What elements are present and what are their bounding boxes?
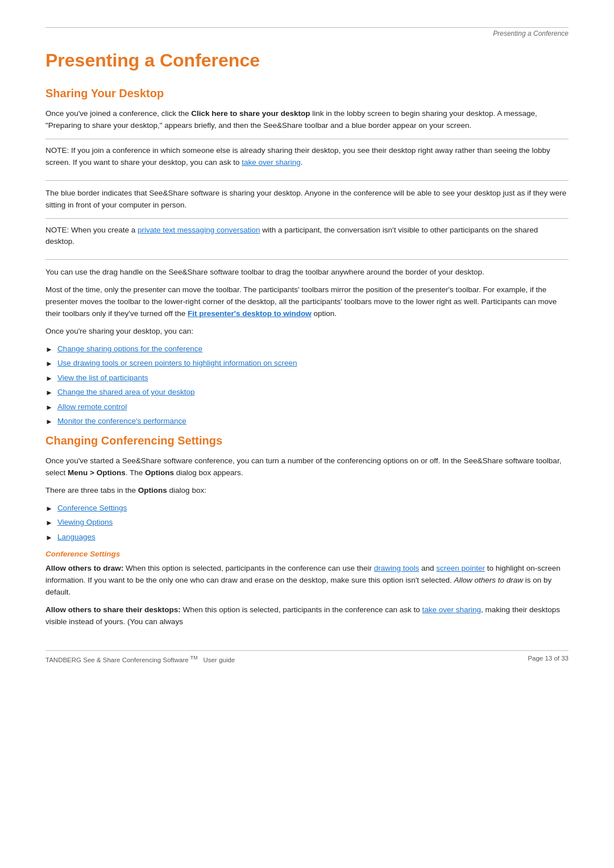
bullet-arrow: ► (45, 503, 53, 514)
note-box-1: NOTE: If you join a conference in which … (45, 139, 569, 181)
remote-control-link[interactable]: Allow remote control (57, 401, 127, 413)
fit-desktop-link[interactable]: Fit presenter's desktop to window (188, 309, 312, 318)
ccs-intro: Once you've started a See&Share software… (45, 455, 569, 479)
options-tabs-list: ► Conference Settings ► Viewing Options … (45, 502, 569, 543)
footer-rule (45, 650, 569, 651)
allow-others-italic: Allow others to draw (454, 576, 524, 584)
drag-handle-paragraph: You can use the drag handle on the See&S… (45, 267, 569, 279)
blue-border-paragraph: The blue border indicates that See&Share… (45, 188, 569, 211)
bullet-arrow: ► (45, 358, 53, 369)
subsection-conference-settings: Conference Settings (45, 550, 569, 558)
list-item: ► Conference Settings (45, 502, 569, 514)
list-item: ► Use drawing tools or screen pointers t… (45, 358, 569, 369)
bullet-arrow: ► (45, 532, 53, 543)
participants-link[interactable]: View the list of participants (57, 372, 148, 384)
trademark: TM (190, 655, 198, 661)
definition-allow-draw: Allow others to draw: When this option i… (45, 563, 569, 599)
bullet-arrow: ► (45, 517, 53, 529)
drawing-tools-def-link[interactable]: drawing tools (374, 564, 420, 572)
sharing-options-list: ► Change sharing options for the confere… (45, 343, 569, 427)
take-over-sharing-link-2[interactable]: take over sharing (422, 605, 482, 614)
allow-draw-term: Allow others to draw: (45, 564, 123, 572)
list-item: ► Languages (45, 531, 569, 543)
viewing-options-tab-link[interactable]: Viewing Options (57, 517, 113, 528)
list-item: ► Viewing Options (45, 517, 569, 529)
screen-pointer-def-link[interactable]: screen pointer (436, 564, 485, 572)
conference-settings-tab-link[interactable]: Conference Settings (57, 502, 127, 514)
allow-share-paragraph: Allow others to share their desktops: Wh… (45, 604, 569, 628)
note-box-2: NOTE: When you create a private text mes… (45, 218, 569, 260)
drawing-tools-link[interactable]: Use drawing tools or screen pointers to … (57, 358, 297, 369)
definition-allow-share: Allow others to share their desktops: Wh… (45, 604, 569, 628)
allow-draw-paragraph: Allow others to draw: When this option i… (45, 563, 569, 599)
list-item: ► Monitor the conference's performance (45, 416, 569, 427)
change-sharing-link[interactable]: Change sharing options for the conferenc… (57, 343, 202, 355)
private-messaging-link[interactable]: private text messaging conversation (138, 226, 260, 234)
performance-link[interactable]: Monitor the conference's performance (57, 416, 186, 427)
languages-tab-link[interactable]: Languages (57, 531, 96, 543)
bullet-arrow: ► (45, 402, 53, 413)
footer-left: TANDBERG See & Share Conferencing Softwa… (45, 655, 235, 663)
section-title-conferencing: Changing Conferencing Settings (45, 434, 569, 447)
top-rule (45, 27, 569, 28)
shared-area-link[interactable]: Change the shared area of your desktop (57, 387, 195, 398)
page-header: Presenting a Conference (493, 30, 569, 38)
footer-right: Page 13 of 33 (528, 655, 569, 663)
intro-paragraph: Once you've joined a conference, click t… (45, 108, 569, 132)
allow-share-term: Allow others to share their desktops: (45, 605, 181, 614)
toolbar-movement-paragraph: Most of the time, only the presenter can… (45, 284, 569, 320)
main-title: Presenting a Conference (45, 50, 569, 71)
options-bold-2: Options (138, 486, 167, 495)
bullet-arrow: ► (45, 387, 53, 398)
options-bold: Options (145, 468, 174, 477)
list-item: ► Change the shared area of your desktop (45, 387, 569, 398)
bold-link-text: Click here to share your desktop (191, 109, 310, 118)
footer: TANDBERG See & Share Conferencing Softwa… (45, 655, 569, 663)
bullet-arrow: ► (45, 373, 53, 384)
note-1-text: NOTE: If you join a conference in which … (45, 145, 569, 169)
sharing-intro: Once you're sharing your desktop, you ca… (45, 326, 569, 338)
three-tabs-intro: There are three tabs in the Options dial… (45, 485, 569, 497)
list-item: ► Allow remote control (45, 401, 569, 413)
bullet-arrow: ► (45, 344, 53, 355)
section-title-sharing: Sharing Your Desktop (45, 87, 569, 100)
list-item: ► Change sharing options for the confere… (45, 343, 569, 355)
bullet-arrow: ► (45, 416, 53, 427)
menu-options-bold: Menu > Options (68, 468, 126, 477)
note-2-text: NOTE: When you create a private text mes… (45, 225, 569, 248)
list-item: ► View the list of participants (45, 372, 569, 384)
take-over-sharing-link-1[interactable]: take over sharing (242, 158, 301, 167)
